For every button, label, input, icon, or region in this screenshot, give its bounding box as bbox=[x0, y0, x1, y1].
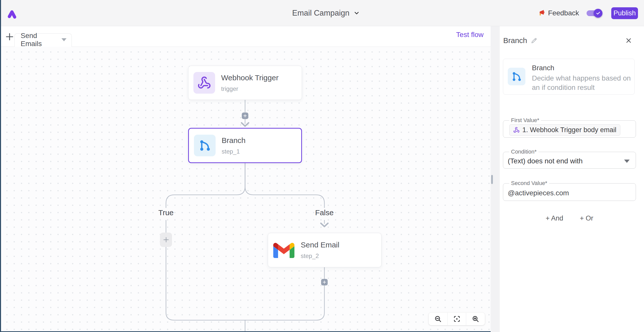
node-text: Webhook Trigger trigger bbox=[221, 73, 279, 92]
plus-icon bbox=[322, 280, 326, 284]
step-settings-panel: Branch Branch Decide what happens based … bbox=[500, 26, 644, 332]
window-edge-left bbox=[0, 0, 1, 332]
node-title: Webhook Trigger bbox=[221, 73, 279, 82]
add-or-button[interactable]: + Or bbox=[580, 214, 593, 222]
node-title: Branch bbox=[222, 136, 246, 145]
add-and-button[interactable]: + And bbox=[546, 214, 563, 222]
node-branch[interactable]: Branch step_1 bbox=[188, 128, 302, 163]
branch-true-label: True bbox=[146, 208, 186, 217]
first-value-token-text: 1. Webhook Trigger body email bbox=[522, 126, 616, 134]
node-subtitle: step_1 bbox=[222, 148, 246, 155]
branch-icon bbox=[198, 139, 211, 152]
node-text: Send Email step_2 bbox=[301, 241, 339, 260]
tab-bar: Send Emails Test flow bbox=[1, 26, 491, 47]
plus-icon bbox=[5, 32, 14, 42]
node-webhook-trigger[interactable]: Webhook Trigger trigger bbox=[188, 66, 302, 100]
condition-select[interactable]: (Text) does not end with bbox=[508, 157, 631, 165]
branch-icon-box bbox=[194, 135, 216, 156]
panel-divider bbox=[491, 26, 500, 332]
add-step-button[interactable] bbox=[242, 113, 248, 119]
gmail-icon-box bbox=[273, 239, 295, 261]
branch-false-label: False bbox=[304, 208, 345, 217]
panel-title: Branch bbox=[503, 36, 527, 45]
canvas-zoom-toolbar bbox=[429, 313, 485, 325]
first-value-field[interactable]: First Value* 1. Webhook Trigger body ema… bbox=[503, 117, 636, 138]
add-step-true-branch-button[interactable] bbox=[160, 233, 172, 247]
test-flow-button[interactable]: Test flow bbox=[456, 31, 484, 39]
second-value-input[interactable]: @activepieces.com bbox=[508, 189, 631, 197]
condition-field[interactable]: Condition* (Text) does not end with bbox=[503, 149, 636, 169]
tab-label: Send Emails bbox=[21, 32, 55, 48]
branch-icon-box bbox=[508, 68, 525, 85]
focus-frame-icon bbox=[453, 315, 461, 323]
add-step-button[interactable] bbox=[321, 279, 328, 285]
webhook-icon bbox=[197, 76, 211, 90]
flow-enabled-toggle[interactable] bbox=[587, 10, 600, 16]
condition-value: (Text) does not end with bbox=[508, 157, 583, 165]
node-text: Branch step_1 bbox=[222, 136, 246, 155]
webhook-icon bbox=[513, 127, 520, 133]
megaphone-icon bbox=[537, 9, 545, 17]
activepieces-logo-icon[interactable] bbox=[7, 8, 18, 19]
second-value-label: Second Value* bbox=[509, 180, 549, 187]
panel-header: Branch bbox=[503, 36, 537, 45]
flow-title: Email Campaign bbox=[292, 9, 349, 18]
magnifier-plus-icon bbox=[472, 315, 479, 323]
node-subtitle: trigger bbox=[221, 85, 279, 92]
first-value-token[interactable]: 1. Webhook Trigger body email bbox=[509, 124, 620, 136]
topbar-actions: Feedback Publish bbox=[537, 0, 638, 26]
publish-button[interactable]: Publish bbox=[611, 7, 638, 19]
branch-icon bbox=[511, 71, 522, 82]
scrollbar-thumb[interactable] bbox=[491, 175, 493, 184]
fit-view-button[interactable] bbox=[448, 313, 466, 325]
check-icon bbox=[596, 11, 601, 16]
node-subtitle: step_2 bbox=[301, 252, 339, 260]
plus-icon bbox=[243, 114, 247, 118]
piece-info-card: Branch Decide what happens based on an i… bbox=[503, 59, 635, 95]
piece-description: Decide what happens based on an if condi… bbox=[532, 73, 636, 92]
magnifier-minus-icon bbox=[434, 315, 442, 323]
webhook-icon-box bbox=[193, 72, 215, 94]
toggle-knob bbox=[594, 9, 602, 18]
piece-title: Branch bbox=[532, 64, 554, 72]
caret-down-icon bbox=[624, 160, 630, 163]
top-bar: Email Campaign Feedback Publish bbox=[0, 0, 644, 26]
first-value-label: First Value* bbox=[509, 117, 541, 124]
feedback-label: Feedback bbox=[548, 9, 579, 17]
condition-label: Condition* bbox=[509, 149, 538, 155]
feedback-button[interactable]: Feedback bbox=[537, 9, 579, 17]
zoom-out-button[interactable] bbox=[429, 313, 447, 325]
gmail-icon bbox=[273, 242, 294, 258]
caret-down-icon bbox=[61, 38, 66, 41]
condition-group-actions: + And + Or bbox=[503, 214, 636, 222]
plus-icon bbox=[163, 236, 170, 243]
chevron-down-icon bbox=[353, 10, 360, 16]
tab-send-emails[interactable]: Send Emails bbox=[14, 33, 72, 47]
node-send-email[interactable]: Send Email step_2 bbox=[268, 233, 382, 267]
second-value-field[interactable]: Second Value* @activepieces.com bbox=[503, 180, 636, 201]
pencil-icon[interactable] bbox=[531, 37, 537, 44]
close-icon[interactable] bbox=[625, 37, 632, 44]
flow-title-menu[interactable]: Email Campaign bbox=[292, 0, 360, 26]
zoom-in-button[interactable] bbox=[466, 313, 485, 325]
node-title: Send Email bbox=[301, 241, 339, 249]
add-tab-button[interactable] bbox=[5, 32, 15, 42]
